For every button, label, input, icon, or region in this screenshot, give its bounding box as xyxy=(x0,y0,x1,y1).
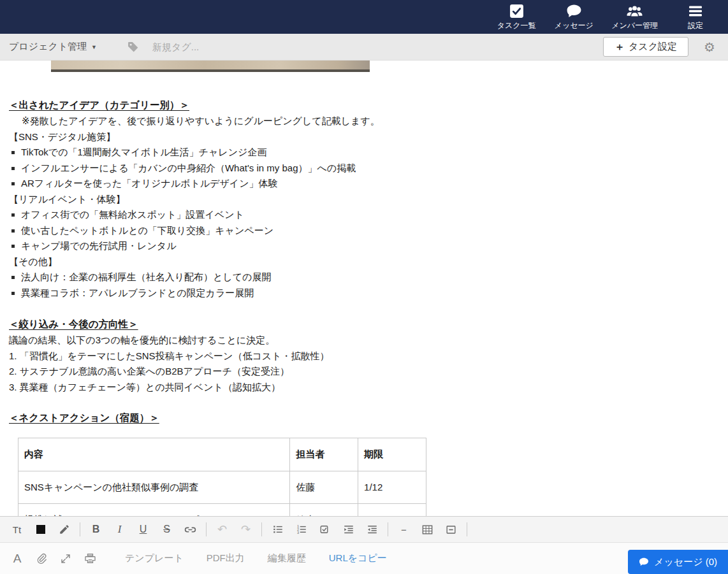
gear-icon[interactable]: ⚙ xyxy=(704,41,715,54)
link-button[interactable] xyxy=(178,520,202,538)
underline-button[interactable]: U xyxy=(131,520,155,538)
numbered-list-button[interactable]: 123 xyxy=(289,520,313,538)
group-title: 【リアルイベント・体験】 xyxy=(9,192,728,208)
table-cell: 1/13 xyxy=(358,504,426,517)
numbered-list: 1. 「習慣化」をテーマにしたSNS投稿キャンペーン（低コスト・拡散性）2. サ… xyxy=(9,348,728,396)
bold-button[interactable]: B xyxy=(84,520,108,538)
bullet-list-button[interactable] xyxy=(266,520,289,538)
printer-icon xyxy=(84,552,96,564)
list-item: オフィス街での「無料給水スポット」設置イベント xyxy=(9,207,728,223)
nav-members-label: メンバー管理 xyxy=(611,20,658,31)
nav-messages-label: メッセージ xyxy=(555,20,593,31)
message-button-label: メッセージ (0) xyxy=(654,556,717,568)
paperclip-icon xyxy=(36,553,47,564)
message-bubble-icon xyxy=(566,3,582,20)
toolbar-divider xyxy=(467,522,467,536)
bullet-list: 法人向け：企業の福利厚生（社名入り配布）としての展開異業種コラボ：アパレルブラン… xyxy=(9,269,728,301)
indent-button[interactable] xyxy=(337,520,360,538)
print-button[interactable] xyxy=(78,549,102,569)
table-button[interactable] xyxy=(416,520,439,538)
checklist-button[interactable] xyxy=(313,520,337,538)
task-settings-label: タスク設定 xyxy=(629,41,677,53)
remove-block-button[interactable] xyxy=(439,520,463,538)
horizontal-rule-button[interactable]: − xyxy=(392,520,416,538)
nav-settings-label: 設定 xyxy=(688,20,703,31)
members-icon xyxy=(626,3,643,20)
redo-button[interactable]: ↷ xyxy=(234,520,258,538)
nav-members[interactable]: メンバー管理 xyxy=(611,3,658,31)
menu-icon xyxy=(688,3,703,20)
table-row: SNSキャンペーンの他社類似事例の調査佐藤1/12 xyxy=(18,471,426,504)
strikethrough-button[interactable]: S xyxy=(155,520,178,538)
message-button[interactable]: メッセージ (0) xyxy=(628,550,728,574)
list-item: 2. サステナブル意識の高い企業へのB2Bアプローチ（安定受注） xyxy=(9,364,728,380)
list-item: TikTokでの「1週間耐久マイボトル生活」チャレンジ企画 xyxy=(9,145,728,161)
outdent-icon xyxy=(367,524,378,535)
editor-toolbar: Tt B I U S ↶ ↷ 123 − xyxy=(0,516,728,543)
highlighter-button[interactable] xyxy=(52,520,76,538)
list-item: 使い古したペットボトルとの「下取り交換」キャンペーン xyxy=(9,223,728,239)
doc-heading: ＜絞り込み・今後の方向性＞ xyxy=(9,316,728,333)
attach-file-button[interactable] xyxy=(29,549,54,569)
indent-icon xyxy=(343,524,354,535)
undo-button[interactable]: ↶ xyxy=(210,520,234,538)
outdent-button[interactable] xyxy=(360,520,384,538)
nav-messages[interactable]: メッセージ xyxy=(554,3,593,31)
highlighter-icon xyxy=(59,524,70,535)
table-header-cell: 担当者 xyxy=(290,438,358,471)
group-title: 【SNS・デジタル施策】 xyxy=(9,129,728,145)
tag-icon xyxy=(126,40,140,54)
edit-history-link[interactable]: 編集履歴 xyxy=(268,552,306,564)
color-swatch-icon xyxy=(36,525,45,534)
toolbar-divider xyxy=(80,522,80,536)
table-cell: 佐藤 xyxy=(290,471,358,504)
doc-heading: ＜出されたアイデア（カテゴリー別）＞ xyxy=(9,97,728,113)
section-ideas: ＜出されたアイデア（カテゴリー別）＞ ※発散したアイデアを、後で振り返りやすいよ… xyxy=(9,97,728,301)
new-tag-input[interactable] xyxy=(151,41,275,53)
font-style-button[interactable]: A xyxy=(5,549,29,569)
font-size-button[interactable]: Tt xyxy=(5,520,29,538)
chevron-down-icon: ▼ xyxy=(91,44,97,50)
nav-settings[interactable]: 設定 xyxy=(676,3,715,31)
project-selector[interactable]: プロジェクト管理 ▼ xyxy=(9,41,97,53)
sub-toolbar: プロジェクト管理 ▼ ＋ タスク設定 ⚙ xyxy=(0,34,728,61)
list-item: 異業種コラボ：アパレルブランドとの限定カラー展開 xyxy=(9,285,728,301)
link-icon xyxy=(184,524,196,536)
task-settings-button[interactable]: ＋ タスク設定 xyxy=(603,37,688,57)
text-color-button[interactable] xyxy=(29,520,52,538)
pdf-export-link[interactable]: PDF出力 xyxy=(207,552,245,564)
table-cell: SNSキャンペーンの他社類似事例の調査 xyxy=(18,471,290,504)
task-list-checkbox-icon xyxy=(509,3,525,20)
toolbar-divider xyxy=(206,522,207,536)
bullet-list: オフィス街での「無料給水スポット」設置イベント使い古したペットボトルとの「下取り… xyxy=(9,207,728,254)
toolbar-divider xyxy=(388,522,388,536)
table-cell: 1/12 xyxy=(358,471,426,504)
nav-task-list-label: タスク一覧 xyxy=(497,20,536,31)
bullet-list: TikTokでの「1週間耐久マイボトル生活」チャレンジ企画インフルエンサーによる… xyxy=(9,145,728,192)
list-item: 法人向け：企業の福利厚生（社名入り配布）としての展開 xyxy=(9,269,728,285)
table-cell: 鈴木 xyxy=(290,504,358,517)
nav-task-list[interactable]: タスク一覧 xyxy=(497,3,536,31)
embedded-image-partial xyxy=(51,61,370,72)
top-nav: タスク一覧 メッセージ メンバー管理 設定 xyxy=(0,0,728,34)
section-focus: ＜絞り込み・今後の方向性＞ 議論の結果、以下の3つの軸を優先的に検討することに決… xyxy=(9,316,728,395)
bottom-action-bar: A テンプレート PDF出力 編集履歴 URLをコピー xyxy=(0,543,728,574)
list-item: 3. 異業種（カフェチェーン等）との共同イベント（認知拡大） xyxy=(9,380,728,396)
remove-block-icon xyxy=(445,524,457,536)
next-actions-table: 内容 担当者 期限 SNSキャンペーンの他社類似事例の調査佐藤1/12提携候補の… xyxy=(18,438,426,516)
table-row: 提携候補のカフェチェーンリストアップ鈴木1/13 xyxy=(18,504,426,517)
expand-button[interactable] xyxy=(54,549,78,569)
list-item: 1. 「習慣化」をテーマにしたSNS投稿キャンペーン（低コスト・拡散性） xyxy=(9,348,728,364)
italic-button[interactable]: I xyxy=(108,520,131,538)
message-bubble-icon xyxy=(639,557,649,567)
doc-paragraph: 議論の結果、以下の3つの軸を優先的に検討することに決定。 xyxy=(9,333,728,348)
numbered-list-icon: 123 xyxy=(296,524,307,535)
table-header-cell: 期限 xyxy=(358,438,426,471)
checklist-icon xyxy=(319,524,331,535)
copy-url-link[interactable]: URLをコピー xyxy=(329,552,387,564)
doc-heading: ＜ネクストアクション（宿題）＞ xyxy=(9,410,728,426)
document-area[interactable]: ＜出されたアイデア（カテゴリー別）＞ ※発散したアイデアを、後で振り返りやすいよ… xyxy=(0,61,728,516)
template-link[interactable]: テンプレート xyxy=(125,552,184,564)
project-selector-label: プロジェクト管理 xyxy=(9,41,87,53)
list-item: キャンプ場での先行試用・レンタル xyxy=(9,238,728,254)
